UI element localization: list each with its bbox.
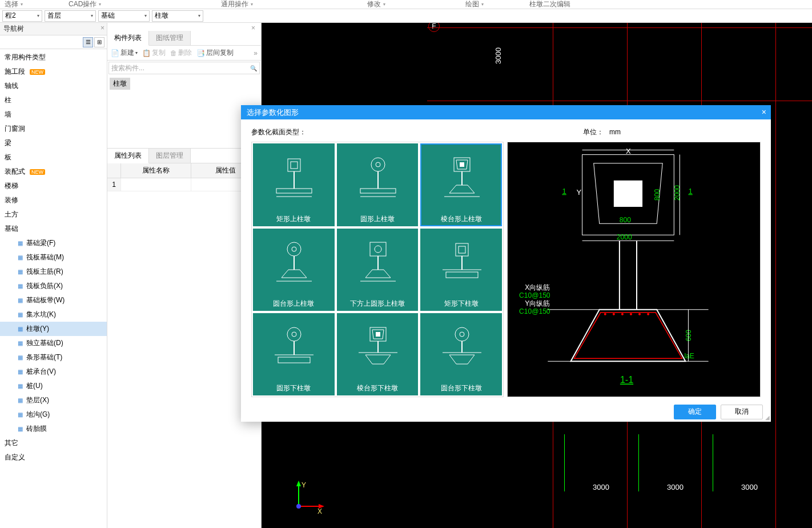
view-list-icon[interactable]: ☰ <box>83 37 93 47</box>
floor-selector[interactable]: 首层 <box>45 10 96 22</box>
shape-icon <box>253 143 335 214</box>
toolbar-pier-edit[interactable]: 柱墩二次编辑 <box>529 0 570 9</box>
svg-text:Y向纵筋: Y向纵筋 <box>525 299 550 307</box>
tree-item-icon: ▦ <box>16 354 24 362</box>
component-value: 柱墩 <box>155 11 168 21</box>
dialog-close-icon[interactable]: × <box>762 107 766 117</box>
tree-item[interactable]: 门窗洞 <box>0 122 107 136</box>
shape-option[interactable]: 矩形上柱墩 <box>253 143 335 226</box>
tree-sub-item[interactable]: ▦柱墩(Y) <box>0 322 107 336</box>
shape-icon <box>337 143 419 214</box>
tree-item[interactable]: 施工段NEW <box>0 65 107 79</box>
nav-close-icon[interactable]: × <box>101 24 104 32</box>
search-input[interactable]: 搜索构件... <box>108 62 260 74</box>
shape-option[interactable]: 棱台形下柱墩 <box>337 313 419 395</box>
shape-label: 圆形下柱墩 <box>276 383 311 393</box>
shape-label: 圆形上柱墩 <box>360 214 395 224</box>
props-row[interactable]: 1 <box>107 178 261 191</box>
tree-item[interactable]: 常用构件类型 <box>0 50 107 65</box>
ok-button[interactable]: 确定 <box>674 405 716 419</box>
shape-icon <box>337 229 419 299</box>
resize-grip-icon[interactable]: ◢ <box>765 414 770 421</box>
tree-sub-item[interactable]: ▦筏板基础(M) <box>0 250 107 265</box>
shape-label: 矩形下柱墩 <box>444 299 479 309</box>
tree-sub-item[interactable]: ▦基础板带(W) <box>0 293 107 307</box>
tree-sub-item[interactable]: ▦基础梁(F) <box>0 236 107 250</box>
tree-item[interactable]: 楼梯 <box>0 179 107 193</box>
tree-item[interactable]: 装配式NEW <box>0 165 107 179</box>
tree-sub-item[interactable]: ▦砖胎膜 <box>0 422 107 436</box>
shape-option[interactable]: 圆台形下柱墩 <box>420 313 502 395</box>
dialog-titlebar[interactable]: 选择参数化图形 × <box>241 105 771 119</box>
shape-option[interactable]: 下方上圆形上柱墩 <box>337 229 419 311</box>
tree-label: 土方 <box>5 210 18 219</box>
cancel-button[interactable]: 取消 <box>721 405 763 419</box>
nav-tree[interactable]: 常用构件类型施工段NEW轴线柱墙门窗洞梁板装配式NEW楼梯装修土方基础▦基础梁(… <box>0 49 107 528</box>
components-close-icon[interactable]: × <box>105 24 259 32</box>
toolbar-select[interactable]: 选择 <box>5 0 23 9</box>
tree-item[interactable]: 墙 <box>0 107 107 122</box>
tree-item[interactable]: 其它 <box>0 436 107 450</box>
svg-point-11 <box>376 162 380 167</box>
tree-item[interactable]: 梁 <box>0 136 107 150</box>
tree-item-icon: ▦ <box>16 425 24 433</box>
delete-button[interactable]: 🗑删除 <box>170 48 192 58</box>
shape-option[interactable]: 矩形下柱墩 <box>420 229 502 311</box>
props-row-name[interactable] <box>121 178 191 191</box>
tree-sub-item[interactable]: ▦垫层(X) <box>0 393 107 407</box>
svg-text:800: 800 <box>620 217 631 225</box>
dialog-footer: 确定 取消 <box>241 402 771 422</box>
shape-icon <box>253 229 335 299</box>
tree-item[interactable]: 土方 <box>0 207 107 222</box>
new-button[interactable]: 📄新建▾ <box>111 48 138 58</box>
svg-point-76 <box>630 314 632 315</box>
svg-text:Y: Y <box>577 188 582 197</box>
tree-sub-label: 条形基础(T) <box>26 353 62 362</box>
nav-panel: 导航树 × ☰ ⊞ 常用构件类型施工段NEW轴线柱墙门窗洞梁板装配式NEW楼梯装… <box>0 23 107 528</box>
tree-sub-item[interactable]: ▦桩(U) <box>0 379 107 393</box>
toolbar-cad[interactable]: CAD操作 <box>69 0 101 9</box>
toolbar-modify[interactable]: 修改 <box>367 0 385 9</box>
tree-item-icon: ▦ <box>16 325 24 333</box>
tree-sub-item[interactable]: ▦集水坑(K) <box>0 307 107 322</box>
tree-item[interactable]: 装修 <box>0 193 107 207</box>
tree-sub-label: 筏板负筋(X) <box>26 281 63 291</box>
tab-component-list[interactable]: 构件列表 <box>107 31 149 46</box>
project-selector[interactable]: 程2 <box>2 10 42 22</box>
tab-props-list[interactable]: 属性列表 <box>107 149 149 163</box>
shape-option[interactable]: 棱台形上柱墩 <box>420 143 502 226</box>
tree-item[interactable]: 板 <box>0 150 107 165</box>
tree-sub-item[interactable]: ▦条形基础(T) <box>0 350 107 365</box>
tree-item-icon: ▦ <box>16 239 24 247</box>
copy-button[interactable]: 📋复制 <box>142 48 166 58</box>
svg-text:1-1: 1-1 <box>620 375 633 385</box>
new-badge: NEW <box>30 69 45 75</box>
shape-option[interactable]: 圆形上柱墩 <box>337 143 419 226</box>
tree-sub-label: 桩(U) <box>26 381 43 391</box>
tree-label: 常用构件类型 <box>5 53 46 62</box>
floor-copy-button[interactable]: 📑层间复制 <box>196 48 234 58</box>
shape-option[interactable]: 圆台形上柱墩 <box>253 229 335 311</box>
shape-option[interactable]: 圆形下柱墩 <box>253 313 335 395</box>
more-icon[interactable]: » <box>254 49 258 57</box>
tree-sub-item[interactable]: ▦独立基础(D) <box>0 336 107 350</box>
svg-rect-35 <box>446 272 478 278</box>
view-grid-icon[interactable]: ⊞ <box>94 37 104 47</box>
tab-layer-mgmt[interactable]: 图层管理 <box>149 149 191 163</box>
tab-drawing-mgmt[interactable]: 图纸管理 <box>149 31 191 45</box>
tree-sub-item[interactable]: ▦筏板负筋(X) <box>0 279 107 293</box>
svg-text:X向纵筋: X向纵筋 <box>525 283 550 291</box>
toolbar-draw[interactable]: 绘图 <box>465 0 484 9</box>
tree-item[interactable]: 轴线 <box>0 79 107 93</box>
component-item[interactable]: 柱墩 <box>110 78 130 90</box>
tree-item[interactable]: 柱 <box>0 93 107 107</box>
tree-item[interactable]: 基础 <box>0 222 107 236</box>
tree-sub-item[interactable]: ▦筏板主筋(R) <box>0 265 107 279</box>
tree-sub-item[interactable]: ▦地沟(G) <box>0 407 107 422</box>
component-selector[interactable]: 柱墩 <box>152 10 203 22</box>
tree-sub-item[interactable]: ▦桩承台(V) <box>0 365 107 379</box>
tree-item[interactable]: 自定义 <box>0 450 107 465</box>
toolbar-common[interactable]: 通用操作 <box>221 0 253 9</box>
category-selector[interactable]: 基础 <box>98 10 150 22</box>
tree-item-icon: ▦ <box>16 368 24 376</box>
